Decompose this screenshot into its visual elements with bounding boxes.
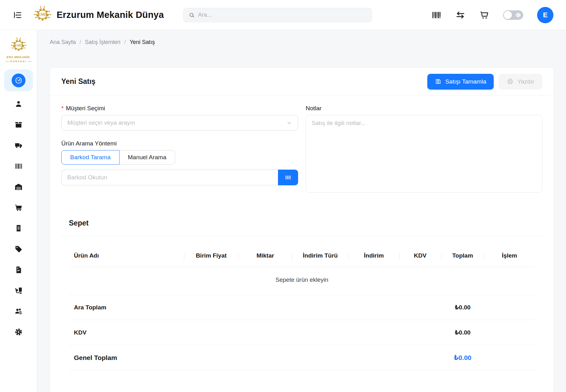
grand-total-value: ₺0.00 bbox=[441, 345, 484, 371]
chevron-down-icon bbox=[286, 120, 292, 126]
barcode-icon bbox=[14, 162, 23, 170]
breadcrumb-separator: / bbox=[80, 39, 81, 46]
sidebar-item-pricing[interactable] bbox=[0, 239, 37, 259]
cart-filled-icon bbox=[14, 204, 23, 212]
customer-select[interactable]: Müşteri seçin veya arayın bbox=[61, 115, 298, 131]
card-actions: Satışı Tamamla Yazdır bbox=[427, 74, 542, 90]
notes-label: Notlar bbox=[306, 105, 542, 112]
column-unit-price: Birim Fiyat bbox=[184, 236, 238, 267]
sidebar-item-reports[interactable] bbox=[0, 259, 37, 280]
search-method-label: Ürün Arama Yöntemi bbox=[61, 140, 298, 147]
receipt-icon bbox=[14, 224, 23, 232]
card-header: Yeni Satış Satışı Tamamla bbox=[50, 68, 554, 95]
barcode-icon bbox=[284, 174, 292, 181]
toggle-knob bbox=[504, 11, 512, 19]
new-sale-card: Yeni Satış Satışı Tamamla bbox=[50, 68, 554, 392]
barcode-icon bbox=[431, 10, 441, 20]
sidebar-item-shipping[interactable] bbox=[0, 280, 37, 301]
sidebar-item-sales[interactable] bbox=[0, 197, 37, 218]
search-icon bbox=[189, 12, 195, 18]
breadcrumb-sales[interactable]: Satış İşlemleri bbox=[85, 39, 120, 46]
global-search bbox=[183, 8, 372, 22]
barcode-input-group bbox=[61, 170, 298, 185]
complete-sale-label: Satışı Tamamla bbox=[445, 78, 486, 85]
sidebar-logo: ERZ MEKANİK DÜNYASI bbox=[5, 36, 31, 63]
column-discount-type: İndirim Türü bbox=[292, 236, 348, 267]
sidebar: ERZ MEKANİK DÜNYASI bbox=[0, 30, 37, 392]
tag-icon bbox=[14, 245, 23, 253]
brand: Erzurum Mekanik Dünya bbox=[33, 5, 164, 25]
report-file-icon bbox=[14, 266, 23, 274]
cart-table: Ürün Adı Birim Fiyat Miktar İndirim Türü… bbox=[69, 236, 535, 371]
column-discount: İndirim bbox=[348, 236, 399, 267]
complete-sale-button[interactable]: Satışı Tamamla bbox=[427, 74, 494, 90]
print-button[interactable]: Yazdır bbox=[499, 74, 542, 90]
search-input[interactable] bbox=[198, 12, 367, 18]
cart-icon bbox=[479, 10, 489, 20]
app-title: Erzurum Mekanik Dünya bbox=[57, 10, 164, 20]
notes-textarea[interactable] bbox=[306, 115, 542, 193]
sidebar-item-barcodes[interactable] bbox=[0, 156, 37, 177]
transfer-button[interactable] bbox=[455, 10, 465, 20]
sidebar-collapse-button[interactable] bbox=[11, 9, 24, 21]
sidebar-item-settings[interactable] bbox=[0, 322, 37, 342]
customer-select-placeholder: Müşteri seçin veya arayın bbox=[67, 119, 135, 126]
column-vat: KDV bbox=[399, 236, 441, 267]
vat-value: ₺0.00 bbox=[441, 320, 484, 345]
sidebar-item-dashboard[interactable] bbox=[0, 67, 37, 94]
breadcrumb-home[interactable]: Ana Sayfa bbox=[50, 39, 76, 46]
warehouse-icon bbox=[14, 183, 23, 191]
page-title: Yeni Satış bbox=[61, 77, 96, 86]
users-gear-icon bbox=[14, 307, 23, 315]
theme-toggle[interactable] bbox=[503, 10, 523, 20]
truck-icon bbox=[14, 141, 23, 150]
dashboard-icon bbox=[14, 76, 23, 84]
required-mark: * bbox=[61, 105, 64, 112]
subtotal-value: ₺0.00 bbox=[441, 295, 484, 320]
card-body: * Müşteri Seçimi Müşteri seçin veya aray… bbox=[50, 95, 554, 371]
breadcrumb-separator: / bbox=[124, 39, 126, 46]
breadcrumb-current: Yeni Satış bbox=[130, 39, 155, 46]
subtotal-label: Ara Toplam bbox=[69, 295, 441, 320]
column-quantity: Miktar bbox=[238, 236, 292, 267]
top-bar: Erzurum Mekanik Dünya bbox=[0, 0, 566, 30]
sidebar-nav bbox=[0, 67, 37, 342]
barcode-scanner-button[interactable] bbox=[431, 10, 441, 20]
breadcrumb: Ana Sayfa / Satış İşlemleri / Yeni Satış bbox=[50, 38, 554, 46]
sidebar-item-products[interactable] bbox=[0, 114, 37, 135]
gear-icon bbox=[515, 12, 521, 18]
sidebar-logo-subtext: DÜNYASI bbox=[5, 60, 31, 63]
tab-barcode-scan[interactable]: Barkod Tarama bbox=[61, 150, 119, 165]
person-icon bbox=[14, 100, 23, 108]
menu-fold-icon bbox=[13, 10, 22, 20]
cart-button[interactable] bbox=[479, 10, 489, 20]
main-content: Ana Sayfa / Satış İşlemleri / Yeni Satış… bbox=[37, 30, 566, 392]
grand-total-row: Genel Toplam ₺0.00 bbox=[69, 345, 535, 371]
avatar-initial: E bbox=[543, 11, 548, 19]
user-avatar[interactable]: E bbox=[537, 7, 553, 23]
printer-icon bbox=[507, 78, 513, 85]
hand-truck-icon bbox=[14, 286, 23, 295]
column-product-name: Ürün Adı bbox=[69, 236, 184, 267]
tab-manual-search[interactable]: Manuel Arama bbox=[119, 150, 175, 165]
sidebar-item-receipts[interactable] bbox=[0, 218, 37, 239]
cart-section: Sepet Ürün A bbox=[61, 219, 542, 371]
vat-label: KDV bbox=[69, 320, 441, 345]
settings-gear-icon bbox=[14, 328, 23, 336]
subtotal-row: Ara Toplam ₺0.00 bbox=[69, 295, 535, 320]
sale-form-left: * Müşteri Seçimi Müşteri seçin veya aray… bbox=[61, 105, 298, 194]
top-actions: E bbox=[431, 7, 553, 23]
sidebar-logo-text: ERZ MEKANİK bbox=[7, 55, 30, 59]
brand-logo-icon bbox=[33, 5, 52, 25]
search-method-tabs: Barkod Tarama Manuel Arama bbox=[61, 150, 175, 165]
sidebar-item-customers[interactable] bbox=[0, 94, 37, 114]
barcode-input[interactable] bbox=[61, 170, 278, 185]
scan-barcode-button[interactable] bbox=[278, 170, 298, 185]
sidebar-item-warehouse[interactable] bbox=[0, 177, 37, 197]
cart-empty-row: Sepete ürün ekleyin bbox=[69, 267, 535, 295]
sidebar-item-suppliers[interactable] bbox=[0, 135, 37, 156]
column-total: Toplam bbox=[441, 236, 484, 267]
customer-label: * Müşteri Seçimi bbox=[61, 105, 298, 112]
sidebar-item-user-management[interactable] bbox=[0, 301, 37, 322]
cart-title: Sepet bbox=[61, 219, 542, 227]
